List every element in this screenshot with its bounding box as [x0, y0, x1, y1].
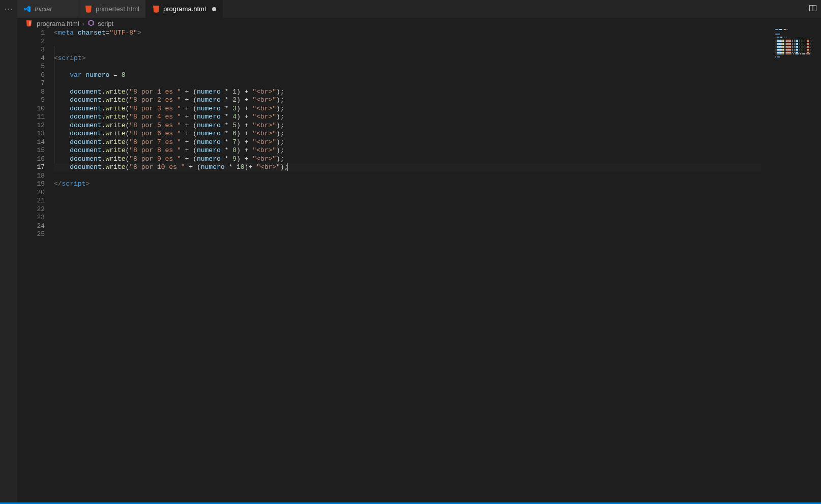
tab-bar: Iniciarprimertest.htmlprograma.html — [17, 0, 821, 18]
line-number: 20 — [17, 189, 45, 197]
line-number: 5 — [17, 63, 45, 71]
line-number: 25 — [17, 230, 45, 239]
line-number: 17 — [17, 163, 45, 172]
code-line[interactable]: document.write("8 por 5 es " + (numero *… — [54, 122, 761, 130]
more-icon[interactable]: ⋯ — [4, 3, 13, 14]
tab-label: Iniciar — [35, 5, 52, 13]
tab-iniciar[interactable]: Iniciar — [17, 0, 78, 18]
code-line[interactable]: document.write("8 por 4 es " + (numero *… — [54, 113, 761, 122]
tab-actions — [805, 0, 821, 18]
breadcrumb-symbol[interactable]: script — [98, 20, 113, 27]
html-file-icon — [84, 5, 93, 13]
line-number: 23 — [17, 214, 45, 222]
code-line[interactable]: </script> — [54, 180, 761, 189]
code-line[interactable] — [54, 197, 761, 205]
line-number: 7 — [17, 79, 45, 88]
editor-group: Iniciarprimertest.htmlprograma.html prog… — [17, 0, 821, 502]
line-number: 12 — [17, 122, 45, 130]
code-line[interactable]: document.write("8 por 7 es " + (numero *… — [54, 138, 761, 147]
code-line[interactable]: document.write("8 por 8 es " + (numero *… — [54, 146, 761, 155]
code-line[interactable]: document.write("8 por 2 es " + (numero *… — [54, 96, 761, 105]
line-number: 4 — [17, 54, 45, 63]
line-number: 8 — [17, 88, 45, 97]
line-number: 10 — [17, 105, 45, 113]
line-number-gutter: 1234567891011121314151617181920212223242… — [17, 29, 54, 502]
tab-programa-html[interactable]: programa.html — [146, 0, 223, 18]
line-number: 22 — [17, 205, 45, 214]
line-number: 15 — [17, 146, 45, 155]
line-number: 19 — [17, 180, 45, 189]
line-number: 11 — [17, 113, 45, 122]
tab-label: primertest.html — [96, 5, 139, 13]
tab-primertest-html[interactable]: primertest.html — [78, 0, 146, 18]
breadcrumb-file[interactable]: programa.html — [37, 20, 79, 27]
code-editor[interactable]: 1234567891011121314151617181920212223242… — [17, 29, 821, 502]
code-line[interactable]: <script> — [54, 54, 761, 63]
text-cursor — [287, 163, 288, 171]
code-line[interactable]: document.write("8 por 10 es " + (numero … — [54, 163, 761, 172]
code-line[interactable]: <meta charset="UTF-8"> — [54, 29, 761, 38]
tab-label: programa.html — [163, 5, 206, 13]
line-number: 6 — [17, 71, 45, 80]
code-line[interactable]: document.write("8 por 1 es " + (numero *… — [54, 88, 761, 97]
code-line[interactable]: document.write("8 por 6 es " + (numero *… — [54, 130, 761, 138]
vscode-icon — [23, 5, 32, 13]
code-line[interactable] — [54, 189, 761, 197]
html-file-icon — [25, 19, 34, 27]
code-line[interactable]: var numero = 8 — [54, 71, 761, 80]
dirty-indicator-icon — [212, 7, 216, 11]
line-number: 13 — [17, 130, 45, 138]
line-number: 3 — [17, 46, 45, 54]
symbol-icon — [87, 19, 95, 28]
chevron-right-icon: › — [82, 20, 84, 27]
line-number: 18 — [17, 172, 45, 181]
code-line[interactable] — [54, 214, 761, 222]
line-number: 21 — [17, 197, 45, 205]
code-line[interactable] — [54, 222, 761, 231]
line-number: 24 — [17, 222, 45, 231]
line-number: 14 — [17, 138, 45, 147]
line-number: 2 — [17, 38, 45, 46]
code-line[interactable] — [54, 63, 761, 71]
code-line[interactable] — [54, 205, 761, 214]
code-content[interactable]: <meta charset="UTF-8"><script> var numer… — [54, 29, 768, 502]
line-number: 9 — [17, 96, 45, 105]
code-line[interactable]: document.write("8 por 9 es " + (numero *… — [54, 155, 761, 164]
code-line[interactable] — [54, 230, 761, 239]
code-line[interactable] — [54, 38, 761, 46]
line-number: 1 — [17, 29, 45, 38]
split-editor-icon[interactable] — [809, 4, 817, 14]
minimap[interactable] — [768, 29, 814, 502]
code-line[interactable] — [54, 46, 761, 54]
code-line[interactable]: document.write("8 por 3 es " + (numero *… — [54, 105, 761, 113]
activity-bar: ⋯ — [0, 0, 17, 502]
html-file-icon — [152, 5, 160, 13]
line-number: 16 — [17, 155, 45, 164]
breadcrumbs[interactable]: programa.html › script — [17, 18, 821, 29]
code-line[interactable] — [54, 79, 761, 88]
vertical-scrollbar[interactable] — [814, 29, 821, 502]
code-line[interactable] — [54, 172, 761, 181]
indent-guide — [54, 46, 54, 163]
